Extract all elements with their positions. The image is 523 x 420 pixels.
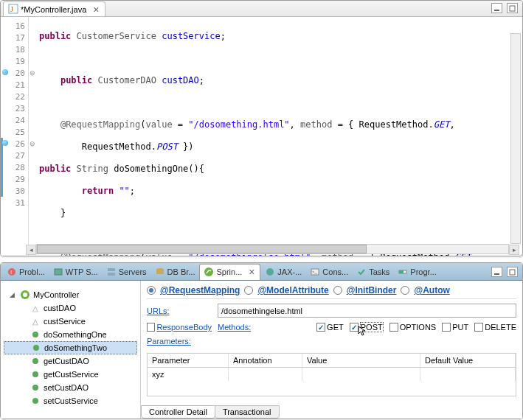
controller-tree: ◢ MyController △custDAO △custService doS… <box>1 281 141 419</box>
link-modelattribute[interactable]: @ModelAttribute <box>257 285 328 295</box>
line-number: 22 <box>1 91 28 102</box>
svg-point-11 <box>204 267 213 276</box>
fold-handle[interactable]: ⊖ <box>29 67 36 79</box>
minimize-button[interactable] <box>491 267 502 277</box>
svg-text:!: ! <box>10 269 12 276</box>
tree-item-dosomethingone[interactable]: doSomethingOne <box>4 328 137 341</box>
parameters-table: Parameter Annotation Value Default Value… <box>147 353 516 396</box>
subtab-controller-detail[interactable]: Controller Detail <box>141 405 215 419</box>
close-icon[interactable]: × <box>247 267 256 276</box>
line-number: 24 <box>1 114 28 126</box>
tab-wtp[interactable]: WTP S... <box>49 264 102 280</box>
col-value[interactable]: Value <box>302 354 420 367</box>
tree-item-custservice[interactable]: △custService <box>4 315 137 328</box>
line-number: 16 <box>1 20 28 32</box>
methods-label[interactable]: Methods: <box>218 323 251 332</box>
tree-item-getcustservice[interactable]: getCustService <box>4 368 137 381</box>
svg-rect-18 <box>510 270 515 275</box>
options-checkbox[interactable] <box>389 323 398 332</box>
line-number: 27 <box>1 150 28 161</box>
tab-servers[interactable]: Servers <box>103 264 150 280</box>
maximize-button[interactable] <box>507 267 518 277</box>
spring-view-body: ◢ MyController △custDAO △custService doS… <box>1 281 522 419</box>
tree-item-dosomethingtwo[interactable]: doSomethingTwo <box>4 341 137 354</box>
tab-console[interactable]: >_Cons... <box>306 264 352 280</box>
vertical-scrollbar[interactable] <box>510 33 521 244</box>
tab-spring[interactable]: Sprin...× <box>199 264 260 280</box>
java-file-icon: J <box>8 4 18 15</box>
maximize-button[interactable] <box>507 3 518 13</box>
annotation-selector: @RequestMapping @ModelAttribute @InitBin… <box>147 285 516 299</box>
panel-controls <box>491 267 518 277</box>
svg-rect-10 <box>156 270 164 274</box>
table-row[interactable] <box>148 381 516 396</box>
svg-rect-17 <box>494 273 499 275</box>
get-checkbox[interactable] <box>316 323 325 332</box>
close-icon[interactable]: × <box>91 5 100 14</box>
tree-item-getcustdao[interactable]: getCustDAO <box>4 354 137 368</box>
col-parameter[interactable]: Parameter <box>148 354 229 367</box>
expand-icon[interactable]: ◢ <box>10 291 17 298</box>
delete-checkbox[interactable] <box>474 323 483 332</box>
line-number: 18 <box>1 43 28 55</box>
tab-jax[interactable]: JAX-... <box>261 264 305 280</box>
line-number: 31 <box>1 197 28 209</box>
tasks-icon <box>356 267 367 277</box>
link-requestmapping[interactable]: @RequestMapping <box>160 285 240 295</box>
radio-requestmapping[interactable] <box>147 286 156 295</box>
table-row[interactable]: xyz <box>148 368 516 381</box>
window-controls <box>491 3 518 13</box>
tree-item-setcustservice[interactable]: setCustService <box>4 394 137 407</box>
spring-icon <box>204 267 214 277</box>
tab-progress[interactable]: Progr... <box>394 264 440 280</box>
tree-root[interactable]: ◢ MyController <box>4 288 137 301</box>
tree-item-custdao[interactable]: △custDAO <box>4 301 137 315</box>
editor-tab[interactable]: J *MyController.java × <box>3 1 105 16</box>
method-icon <box>30 382 41 393</box>
radio-autowired[interactable] <box>401 286 409 295</box>
responsebody-label[interactable]: ResponseBody <box>156 323 212 332</box>
urls-label[interactable]: URLs: <box>147 307 212 315</box>
link-initbinder[interactable]: @InitBinder <box>347 285 397 295</box>
problems-icon: ! <box>7 267 17 277</box>
controller-icon <box>20 290 30 300</box>
subtab-transactional[interactable]: Transactional <box>215 405 280 419</box>
controller-detail: @RequestMapping @ModelAttribute @InitBin… <box>141 281 522 419</box>
scroll-thumb[interactable] <box>37 245 367 253</box>
svg-rect-2 <box>494 10 499 11</box>
tab-problems[interactable]: !Probl... <box>3 264 49 280</box>
parameters-label[interactable]: Parameters: <box>147 337 212 346</box>
line-number: 17 <box>1 32 28 43</box>
tab-tasks[interactable]: Tasks <box>353 264 393 280</box>
col-annotation[interactable]: Annotation <box>229 354 302 367</box>
database-icon <box>155 267 165 277</box>
editor-body: 16 17 18 19 20 21 22 23 24 25 26 27 28 2… <box>1 17 522 256</box>
tab-db-browser[interactable]: DB Br... <box>151 264 199 280</box>
urls-input[interactable] <box>218 304 516 318</box>
link-autowired[interactable]: @Autow <box>414 285 449 295</box>
fold-handle[interactable]: ⊖ <box>29 138 36 150</box>
scroll-left-icon[interactable]: ◂ <box>26 245 36 255</box>
bottom-panel: !Probl... WTP S... Servers DB Br... Spri… <box>0 262 523 419</box>
scroll-right-icon[interactable]: ▸ <box>509 245 519 255</box>
svg-text:J: J <box>10 5 13 13</box>
horizontal-scrollbar[interactable]: ◂ ▸ <box>36 244 509 254</box>
put-checkbox[interactable] <box>442 323 451 332</box>
line-number: 28 <box>1 161 28 173</box>
svg-rect-3 <box>510 6 515 11</box>
responsebody-checkbox[interactable] <box>147 323 155 332</box>
svg-point-20 <box>23 293 27 297</box>
svg-text:>_: >_ <box>312 270 318 274</box>
col-default[interactable]: Default Value <box>420 354 516 367</box>
editor-tab-title: *MyController.java <box>21 5 86 14</box>
tree-item-setcustdao[interactable]: setCustDAO <box>4 381 137 394</box>
code-area[interactable]: public CustomerService custService; publ… <box>36 17 522 256</box>
cursor-icon <box>357 325 369 337</box>
line-number: 19 <box>1 55 28 67</box>
radio-modelattribute[interactable] <box>244 286 253 295</box>
tree-root-label: MyController <box>33 290 79 299</box>
radio-initbinder[interactable] <box>333 286 342 295</box>
minimize-button[interactable] <box>491 3 502 13</box>
editor-panel: J *MyController.java × 16 17 18 19 20 21… <box>0 0 523 256</box>
method-icon <box>30 396 41 406</box>
